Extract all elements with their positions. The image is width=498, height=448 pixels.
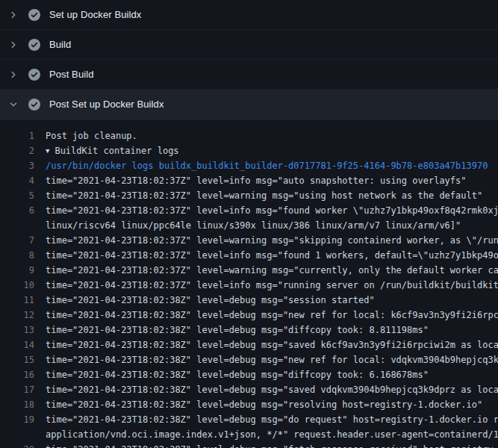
line-number[interactable]: 5	[0, 188, 34, 203]
log-text: time="2021-04-23T18:02:37Z" level=warnin…	[34, 233, 498, 248]
step-header-set-up-docker-buildx[interactable]: Set up Docker Buildx	[0, 0, 498, 30]
log-line: 6time="2021-04-23T18:02:37Z" level=info …	[0, 203, 498, 218]
step-header-post-build[interactable]: Post Build	[0, 60, 498, 90]
log-line: 7time="2021-04-23T18:02:37Z" level=warni…	[0, 233, 498, 248]
line-number[interactable]: 6	[0, 203, 34, 218]
log-text: Post job cleanup.	[34, 128, 137, 143]
line-number	[0, 427, 34, 442]
chevron-right-icon	[7, 9, 19, 21]
line-number[interactable]: 2	[0, 143, 34, 158]
log-line: 19time="2021-04-23T18:02:38Z" level=debu…	[0, 412, 498, 427]
log-line: 8time="2021-04-23T18:02:37Z" level=info …	[0, 248, 498, 263]
line-number[interactable]: 17	[0, 382, 34, 397]
chevron-right-icon	[7, 69, 19, 81]
line-number[interactable]: 16	[0, 367, 34, 382]
line-number[interactable]: 1	[0, 128, 34, 143]
check-circle-icon	[28, 69, 40, 81]
log-line: 2▼BuildKit container logs	[0, 143, 498, 158]
step-label: Build	[49, 39, 71, 50]
log-text: time="2021-04-23T18:02:38Z" level=debug …	[34, 397, 482, 412]
step-label: Post Set up Docker Buildx	[49, 99, 164, 110]
log-text: ▼BuildKit container logs	[34, 143, 179, 158]
step-label: Post Build	[49, 69, 94, 80]
chevron-right-icon	[7, 39, 19, 51]
log-line: 9time="2021-04-23T18:02:37Z" level=warni…	[0, 263, 498, 278]
log-line-continuation: application/vnd.oci.image.index.v1+json,…	[0, 427, 498, 442]
log-line: 5time="2021-04-23T18:02:37Z" level=warni…	[0, 188, 498, 203]
line-number[interactable]: 20	[0, 442, 34, 448]
line-number[interactable]: 13	[0, 323, 34, 337]
log-text: time="2021-04-23T18:02:37Z" level=warnin…	[34, 188, 482, 203]
log-text: time="2021-04-23T18:02:38Z" level=debug …	[34, 293, 375, 308]
log-text: time="2021-04-23T18:02:38Z" level=debug …	[34, 442, 494, 448]
log-text: time="2021-04-23T18:02:38Z" level=debug …	[34, 337, 498, 352]
log-line: 13time="2021-04-23T18:02:38Z" level=debu…	[0, 323, 498, 337]
log-line: 15time="2021-04-23T18:02:38Z" level=debu…	[0, 352, 498, 367]
log-text: time="2021-04-23T18:02:38Z" level=debug …	[34, 367, 429, 382]
line-number	[0, 218, 34, 233]
log-text: time="2021-04-23T18:02:37Z" level=info m…	[34, 203, 498, 218]
line-number[interactable]: 9	[0, 263, 34, 278]
log-line: 11time="2021-04-23T18:02:38Z" level=debu…	[0, 293, 498, 308]
line-number[interactable]: 14	[0, 337, 34, 352]
log-line: 18time="2021-04-23T18:02:38Z" level=debu…	[0, 397, 498, 412]
log-output: 1Post job cleanup.2▼BuildKit container l…	[0, 119, 498, 448]
check-circle-icon	[28, 99, 40, 111]
log-command-text: /usr/bin/docker logs buildx_buildkit_bui…	[34, 158, 488, 173]
step-label: Set up Docker Buildx	[49, 9, 141, 20]
log-line: 17time="2021-04-23T18:02:38Z" level=debu…	[0, 382, 498, 397]
step-header-post-set-up-docker-buildx[interactable]: Post Set up Docker Buildx	[0, 90, 498, 119]
log-text: time="2021-04-23T18:02:37Z" level=info m…	[34, 248, 498, 263]
check-circle-icon	[28, 39, 40, 51]
log-line: 14time="2021-04-23T18:02:38Z" level=debu…	[0, 337, 498, 352]
line-number[interactable]: 18	[0, 397, 34, 412]
log-line: 10time="2021-04-23T18:02:37Z" level=info…	[0, 278, 498, 293]
steps-list: Set up Docker BuildxBuildPost BuildPost …	[0, 0, 498, 119]
log-group-toggle-icon[interactable]: ▼	[46, 143, 49, 158]
log-text: time="2021-04-23T18:02:37Z" level=info m…	[34, 278, 498, 293]
log-line: 4time="2021-04-23T18:02:37Z" level=info …	[0, 173, 498, 188]
line-number[interactable]: 15	[0, 352, 34, 367]
log-text: time="2021-04-23T18:02:37Z" level=warnin…	[34, 263, 498, 278]
log-text: time="2021-04-23T18:02:37Z" level=info m…	[34, 173, 467, 188]
log-line: 20time="2021-04-23T18:02:38Z" level=debu…	[0, 442, 498, 448]
line-number[interactable]: 3	[0, 158, 34, 173]
line-number[interactable]: 8	[0, 248, 34, 263]
line-number[interactable]: 11	[0, 293, 34, 308]
line-number[interactable]: 10	[0, 278, 34, 293]
log-text: time="2021-04-23T18:02:38Z" level=debug …	[34, 352, 498, 367]
log-line-continuation: linux/riscv64 linux/ppc64le linux/s390x …	[0, 218, 498, 233]
line-number[interactable]: 4	[0, 173, 34, 188]
check-circle-icon	[28, 9, 40, 21]
line-number[interactable]: 12	[0, 308, 34, 323]
log-line: 16time="2021-04-23T18:02:38Z" level=debu…	[0, 367, 498, 382]
log-line: 12time="2021-04-23T18:02:38Z" level=debu…	[0, 308, 498, 323]
chevron-down-icon	[7, 99, 19, 111]
workflow-log-viewer: Set up Docker BuildxBuildPost BuildPost …	[0, 0, 498, 448]
log-text: time="2021-04-23T18:02:38Z" level=debug …	[34, 382, 498, 397]
log-text: linux/riscv64 linux/ppc64le linux/s390x …	[34, 218, 461, 233]
log-text: time="2021-04-23T18:02:38Z" level=debug …	[34, 308, 498, 323]
line-number[interactable]: 7	[0, 233, 34, 248]
log-text: time="2021-04-23T18:02:38Z" level=debug …	[34, 412, 498, 427]
step-header-build[interactable]: Build	[0, 30, 498, 60]
log-line: 1Post job cleanup.	[0, 128, 498, 143]
log-line: 3/usr/bin/docker logs buildx_buildkit_bu…	[0, 158, 498, 173]
log-text: application/vnd.oci.image.index.v1+json,…	[34, 427, 498, 442]
line-number[interactable]: 19	[0, 412, 34, 427]
log-text: time="2021-04-23T18:02:38Z" level=debug …	[34, 323, 429, 337]
